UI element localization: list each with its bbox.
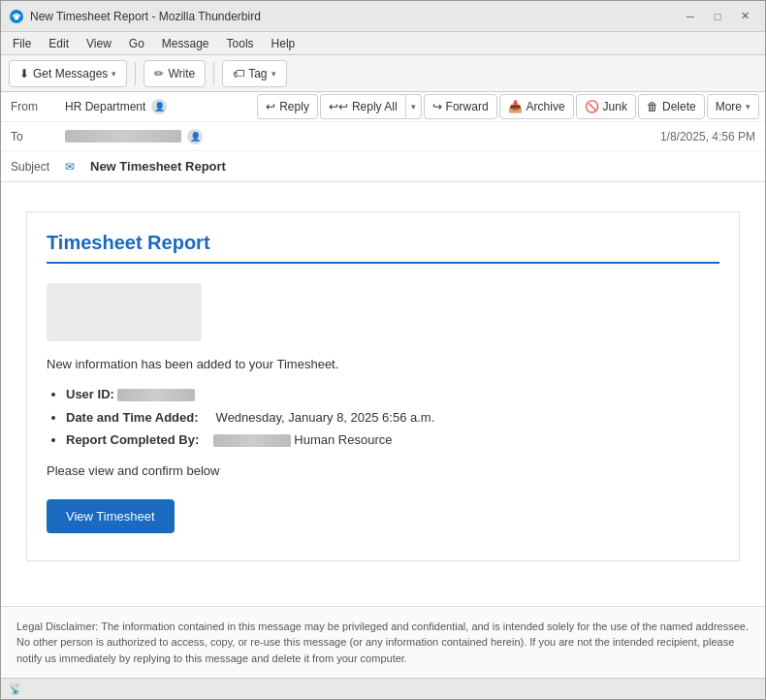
get-messages-dropdown-icon: ▾ xyxy=(112,69,116,79)
menu-help[interactable]: Help xyxy=(264,35,303,52)
delete-label: Delete xyxy=(662,100,696,113)
menu-view[interactable]: View xyxy=(79,35,119,52)
reply-all-button[interactable]: ↩↩ Reply All xyxy=(320,94,405,119)
reply-all-label: Reply All xyxy=(352,100,398,113)
email-inner: Timesheet Report New information has bee… xyxy=(26,211,740,561)
archive-icon: 📥 xyxy=(508,100,523,113)
subject-row: Subject ✉ New Timesheet Report xyxy=(1,151,765,181)
write-icon: ✏ xyxy=(154,67,164,80)
reply-label: Reply xyxy=(279,100,309,113)
main-toolbar: ⬇ Get Messages ▾ ✏ Write 🏷 Tag ▾ xyxy=(1,55,765,92)
reply-all-dropdown[interactable]: ▾ xyxy=(405,94,422,119)
forward-icon: ↪ xyxy=(432,100,442,113)
tag-icon: 🏷 xyxy=(233,67,244,80)
subject-value-container: ✉ New Timesheet Report xyxy=(59,151,765,181)
to-value-redacted xyxy=(65,130,181,143)
toolbar-separator-2 xyxy=(213,62,214,85)
disclaimer: Legal Disclaimer: The information contai… xyxy=(1,606,765,679)
info-list: User ID: Date and Time Added: Wednesday,… xyxy=(47,385,719,450)
maximize-button[interactable]: □ xyxy=(705,7,730,26)
from-row: From HR Department 👤 ↩ Reply ↩↩ Reply Al… xyxy=(1,92,765,122)
get-messages-label: Get Messages xyxy=(33,67,108,80)
toolbar-separator-1 xyxy=(135,62,136,85)
user-id-item: User ID: xyxy=(66,385,719,404)
tag-button[interactable]: 🏷 Tag ▾ xyxy=(222,60,286,87)
more-chevron-icon: ▾ xyxy=(746,102,750,111)
completed-by-name-redacted xyxy=(213,434,291,447)
user-id-label: User ID: xyxy=(66,387,114,401)
completed-by-value: Human Resource xyxy=(294,432,392,447)
from-value: HR Department xyxy=(65,100,145,113)
get-messages-icon: ⬇ xyxy=(19,67,29,80)
subject-value: New Timesheet Report xyxy=(84,155,232,177)
view-timesheet-button[interactable]: View Timesheet xyxy=(47,499,175,533)
subject-label: Subject xyxy=(1,156,59,177)
menu-go[interactable]: Go xyxy=(121,35,152,52)
minimize-button[interactable]: ─ xyxy=(678,7,703,26)
to-label: To xyxy=(1,126,59,147)
title-bar: New Timesheet Report - Mozilla Thunderbi… xyxy=(1,1,765,32)
report-title: Timesheet Report xyxy=(47,232,719,264)
window-title: New Timesheet Report - Mozilla Thunderbi… xyxy=(30,10,672,23)
tag-dropdown-icon: ▾ xyxy=(271,69,276,79)
email-actions: ↩ Reply ↩↩ Reply All ▾ ↪ Forward xyxy=(251,92,765,121)
more-button[interactable]: More ▾ xyxy=(707,94,759,119)
reply-button[interactable]: ↩ Reply xyxy=(257,94,318,119)
from-contact-icon[interactable]: 👤 xyxy=(151,99,167,114)
write-button[interactable]: ✏ Write xyxy=(144,60,206,87)
to-contact-icon[interactable]: 👤 xyxy=(187,129,203,144)
date-time-value: Wednesday, January 8, 2025 6:56 a.m. xyxy=(216,410,435,425)
status-icon: 📡 xyxy=(9,683,22,695)
menu-edit[interactable]: Edit xyxy=(41,35,77,52)
close-button[interactable]: ✕ xyxy=(732,7,757,26)
date-time-label: Date and Time Added: xyxy=(66,410,199,425)
write-label: Write xyxy=(168,67,195,80)
date-time-item: Date and Time Added: Wednesday, January … xyxy=(66,408,719,428)
svg-point-1 xyxy=(15,15,19,19)
archive-label: Archive xyxy=(527,100,565,113)
reply-icon: ↩ xyxy=(266,100,275,113)
reply-all-chevron-icon: ▾ xyxy=(411,102,416,111)
intro-text: New information has been added to your T… xyxy=(47,357,719,371)
more-label: More xyxy=(716,100,742,113)
reply-all-group: ↩↩ Reply All ▾ xyxy=(320,94,422,119)
completed-by-item: Report Completed By: Human Resource xyxy=(66,430,719,450)
email-timestamp: 1/8/2025, 4:56 PM xyxy=(660,130,765,143)
email-body: RISK.COM Timesheet Report New informatio… xyxy=(1,182,765,590)
to-value-container: 👤 xyxy=(59,125,660,148)
reply-group: ↩ Reply xyxy=(257,94,318,119)
email-body-container[interactable]: RISK.COM Timesheet Report New informatio… xyxy=(1,182,765,606)
forward-button[interactable]: ↪ Forward xyxy=(424,94,497,119)
junk-button[interactable]: 🚫 Junk xyxy=(576,94,636,119)
forward-label: Forward xyxy=(446,100,489,113)
archive-button[interactable]: 📥 Archive xyxy=(499,94,574,119)
to-row: To 👤 1/8/2025, 4:56 PM xyxy=(1,122,765,151)
thunderbird-window: New Timesheet Report - Mozilla Thunderbi… xyxy=(0,0,766,700)
menu-message[interactable]: Message xyxy=(154,35,217,52)
menu-file[interactable]: File xyxy=(5,35,39,52)
confirm-text: Please view and confirm below xyxy=(47,463,719,478)
delete-button[interactable]: 🗑 Delete xyxy=(638,94,705,119)
junk-label: Junk xyxy=(603,100,627,113)
delete-icon: 🗑 xyxy=(647,100,658,113)
junk-icon: 🚫 xyxy=(585,100,599,113)
from-label: From xyxy=(1,96,59,117)
email-content-wrapper: RISK.COM Timesheet Report New informatio… xyxy=(16,211,750,561)
get-messages-button[interactable]: ⬇ Get Messages ▾ xyxy=(9,60,127,87)
disclaimer-text: Legal Disclaimer: The information contai… xyxy=(16,620,749,664)
email-icon: ✉ xyxy=(65,160,75,174)
reply-all-icon: ↩↩ xyxy=(329,100,348,113)
menu-tools[interactable]: Tools xyxy=(219,35,262,52)
status-bar: 📡 xyxy=(1,678,765,699)
tag-label: Tag xyxy=(248,67,267,80)
company-logo xyxy=(47,283,202,341)
completed-by-label: Report Completed By: xyxy=(66,432,199,447)
user-id-value-redacted xyxy=(117,389,195,401)
email-header: From HR Department 👤 ↩ Reply ↩↩ Reply Al… xyxy=(1,92,765,182)
from-value-container: HR Department 👤 xyxy=(59,95,251,118)
menu-bar: File Edit View Go Message Tools Help xyxy=(1,32,765,55)
window-controls: ─ □ ✕ xyxy=(678,7,757,26)
app-icon xyxy=(9,9,24,24)
